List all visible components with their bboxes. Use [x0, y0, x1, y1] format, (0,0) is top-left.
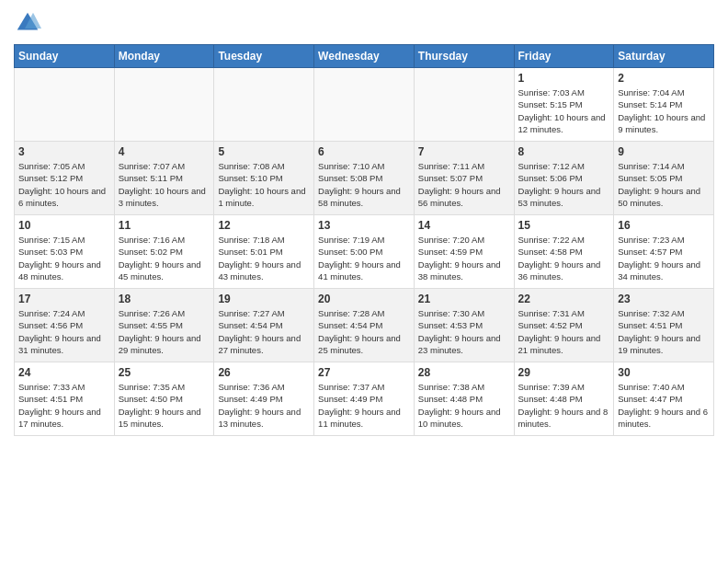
- calendar-cell: [15, 68, 115, 142]
- cell-details: Sunrise: 7:38 AMSunset: 4:48 PMDaylight:…: [418, 381, 510, 430]
- day-number: 24: [18, 366, 110, 379]
- cell-details: Sunrise: 7:07 AMSunset: 5:11 PMDaylight:…: [119, 160, 210, 209]
- day-number: 12: [218, 219, 310, 232]
- cell-details: Sunrise: 7:32 AMSunset: 4:51 PMDaylight:…: [618, 307, 710, 356]
- page-container: SundayMondayTuesdayWednesdayThursdayFrid…: [0, 0, 728, 441]
- cell-details: Sunrise: 7:15 AMSunset: 5:03 PMDaylight:…: [18, 234, 110, 282]
- weekday-header: Saturday: [614, 45, 714, 68]
- calendar-row: 1Sunrise: 7:03 AMSunset: 5:15 PMDaylight…: [15, 68, 714, 142]
- cell-details: Sunrise: 7:24 AMSunset: 4:56 PMDaylight:…: [18, 307, 110, 356]
- day-number: 16: [618, 219, 710, 232]
- calendar-cell: 29Sunrise: 7:39 AMSunset: 4:48 PMDayligh…: [514, 362, 614, 436]
- calendar-cell: 27Sunrise: 7:37 AMSunset: 4:49 PMDayligh…: [314, 362, 415, 436]
- day-number: 19: [218, 293, 310, 305]
- weekday-header: Wednesday: [314, 45, 415, 68]
- day-number: 23: [618, 293, 710, 305]
- calendar-row: 24Sunrise: 7:33 AMSunset: 4:51 PMDayligh…: [15, 362, 714, 436]
- calendar-cell: [214, 68, 314, 142]
- calendar-cell: 21Sunrise: 7:30 AMSunset: 4:53 PMDayligh…: [414, 289, 514, 362]
- cell-details: Sunrise: 7:22 AMSunset: 4:58 PMDaylight:…: [518, 234, 610, 282]
- cell-details: Sunrise: 7:26 AMSunset: 4:55 PMDaylight:…: [119, 307, 210, 356]
- calendar-row: 10Sunrise: 7:15 AMSunset: 5:03 PMDayligh…: [15, 215, 714, 289]
- cell-details: Sunrise: 7:35 AMSunset: 4:50 PMDaylight:…: [119, 381, 210, 430]
- calendar-cell: [114, 68, 214, 142]
- cell-details: Sunrise: 7:08 AMSunset: 5:10 PMDaylight:…: [218, 160, 310, 209]
- calendar-row: 17Sunrise: 7:24 AMSunset: 4:56 PMDayligh…: [15, 289, 714, 362]
- calendar-cell: [314, 68, 415, 142]
- cell-details: Sunrise: 7:05 AMSunset: 5:12 PMDaylight:…: [18, 160, 110, 209]
- day-number: 15: [518, 219, 610, 232]
- cell-details: Sunrise: 7:14 AMSunset: 5:05 PMDaylight:…: [618, 160, 710, 209]
- calendar-cell: 25Sunrise: 7:35 AMSunset: 4:50 PMDayligh…: [114, 362, 214, 436]
- calendar-cell: 1Sunrise: 7:03 AMSunset: 5:15 PMDaylight…: [514, 68, 614, 142]
- cell-details: Sunrise: 7:23 AMSunset: 4:57 PMDaylight:…: [618, 234, 710, 282]
- cell-details: Sunrise: 7:37 AMSunset: 4:49 PMDaylight:…: [318, 381, 410, 430]
- cell-details: Sunrise: 7:36 AMSunset: 4:49 PMDaylight:…: [218, 381, 310, 430]
- calendar-table: SundayMondayTuesdayWednesdayThursdayFrid…: [14, 44, 714, 436]
- day-number: 22: [518, 293, 610, 305]
- calendar-cell: 2Sunrise: 7:04 AMSunset: 5:14 PMDaylight…: [614, 68, 714, 142]
- day-number: 14: [418, 219, 510, 232]
- day-number: 28: [418, 366, 510, 379]
- cell-details: Sunrise: 7:16 AMSunset: 5:02 PMDaylight:…: [119, 234, 210, 282]
- calendar-cell: 20Sunrise: 7:28 AMSunset: 4:54 PMDayligh…: [314, 289, 415, 362]
- calendar-cell: 10Sunrise: 7:15 AMSunset: 5:03 PMDayligh…: [15, 215, 115, 289]
- weekday-row: SundayMondayTuesdayWednesdayThursdayFrid…: [15, 45, 714, 68]
- cell-details: Sunrise: 7:04 AMSunset: 5:14 PMDaylight:…: [618, 86, 710, 135]
- calendar-cell: 24Sunrise: 7:33 AMSunset: 4:51 PMDayligh…: [15, 362, 115, 436]
- day-number: 7: [418, 145, 510, 158]
- cell-details: Sunrise: 7:28 AMSunset: 4:54 PMDaylight:…: [318, 307, 410, 356]
- logo: [14, 9, 45, 37]
- calendar-cell: 9Sunrise: 7:14 AMSunset: 5:05 PMDaylight…: [614, 142, 714, 215]
- day-number: 8: [518, 145, 610, 158]
- day-number: 2: [618, 72, 710, 85]
- day-number: 30: [618, 366, 710, 379]
- calendar-cell: 7Sunrise: 7:11 AMSunset: 5:07 PMDaylight…: [414, 142, 514, 215]
- day-number: 1: [518, 72, 610, 85]
- weekday-header: Thursday: [414, 45, 514, 68]
- calendar-cell: 8Sunrise: 7:12 AMSunset: 5:06 PMDaylight…: [514, 142, 614, 215]
- day-number: 20: [318, 293, 410, 305]
- calendar-cell: 3Sunrise: 7:05 AMSunset: 5:12 PMDaylight…: [15, 142, 115, 215]
- cell-details: Sunrise: 7:30 AMSunset: 4:53 PMDaylight:…: [418, 307, 510, 356]
- day-number: 4: [119, 145, 210, 158]
- calendar-cell: 5Sunrise: 7:08 AMSunset: 5:10 PMDaylight…: [214, 142, 314, 215]
- calendar-cell: 11Sunrise: 7:16 AMSunset: 5:02 PMDayligh…: [114, 215, 214, 289]
- day-number: 17: [18, 293, 110, 305]
- cell-details: Sunrise: 7:31 AMSunset: 4:52 PMDaylight:…: [518, 307, 610, 356]
- calendar-header: SundayMondayTuesdayWednesdayThursdayFrid…: [15, 45, 714, 68]
- day-number: 3: [18, 145, 110, 158]
- calendar-cell: 12Sunrise: 7:18 AMSunset: 5:01 PMDayligh…: [214, 215, 314, 289]
- calendar-cell: 30Sunrise: 7:40 AMSunset: 4:47 PMDayligh…: [614, 362, 714, 436]
- calendar-cell: 14Sunrise: 7:20 AMSunset: 4:59 PMDayligh…: [414, 215, 514, 289]
- page-header: [14, 9, 714, 37]
- cell-details: Sunrise: 7:11 AMSunset: 5:07 PMDaylight:…: [418, 160, 510, 209]
- calendar-cell: 18Sunrise: 7:26 AMSunset: 4:55 PMDayligh…: [114, 289, 214, 362]
- calendar-cell: 6Sunrise: 7:10 AMSunset: 5:08 PMDaylight…: [314, 142, 415, 215]
- day-number: 6: [318, 145, 410, 158]
- cell-details: Sunrise: 7:27 AMSunset: 4:54 PMDaylight:…: [218, 307, 310, 356]
- day-number: 13: [318, 219, 410, 232]
- calendar-cell: 16Sunrise: 7:23 AMSunset: 4:57 PMDayligh…: [614, 215, 714, 289]
- day-number: 11: [119, 219, 210, 232]
- day-number: 26: [218, 366, 310, 379]
- cell-details: Sunrise: 7:39 AMSunset: 4:48 PMDaylight:…: [518, 381, 610, 430]
- calendar-cell: [414, 68, 514, 142]
- logo-icon: [14, 9, 41, 37]
- cell-details: Sunrise: 7:10 AMSunset: 5:08 PMDaylight:…: [318, 160, 410, 209]
- weekday-header: Tuesday: [214, 45, 314, 68]
- calendar-cell: 19Sunrise: 7:27 AMSunset: 4:54 PMDayligh…: [214, 289, 314, 362]
- day-number: 10: [18, 219, 110, 232]
- calendar-cell: 17Sunrise: 7:24 AMSunset: 4:56 PMDayligh…: [15, 289, 115, 362]
- calendar-cell: 28Sunrise: 7:38 AMSunset: 4:48 PMDayligh…: [414, 362, 514, 436]
- day-number: 29: [518, 366, 610, 379]
- day-number: 9: [618, 145, 710, 158]
- calendar-cell: 26Sunrise: 7:36 AMSunset: 4:49 PMDayligh…: [214, 362, 314, 436]
- cell-details: Sunrise: 7:03 AMSunset: 5:15 PMDaylight:…: [518, 86, 610, 135]
- calendar-cell: 4Sunrise: 7:07 AMSunset: 5:11 PMDaylight…: [114, 142, 214, 215]
- calendar-cell: 15Sunrise: 7:22 AMSunset: 4:58 PMDayligh…: [514, 215, 614, 289]
- cell-details: Sunrise: 7:18 AMSunset: 5:01 PMDaylight:…: [218, 234, 310, 282]
- cell-details: Sunrise: 7:33 AMSunset: 4:51 PMDaylight:…: [18, 381, 110, 430]
- calendar-cell: 22Sunrise: 7:31 AMSunset: 4:52 PMDayligh…: [514, 289, 614, 362]
- day-number: 18: [119, 293, 210, 305]
